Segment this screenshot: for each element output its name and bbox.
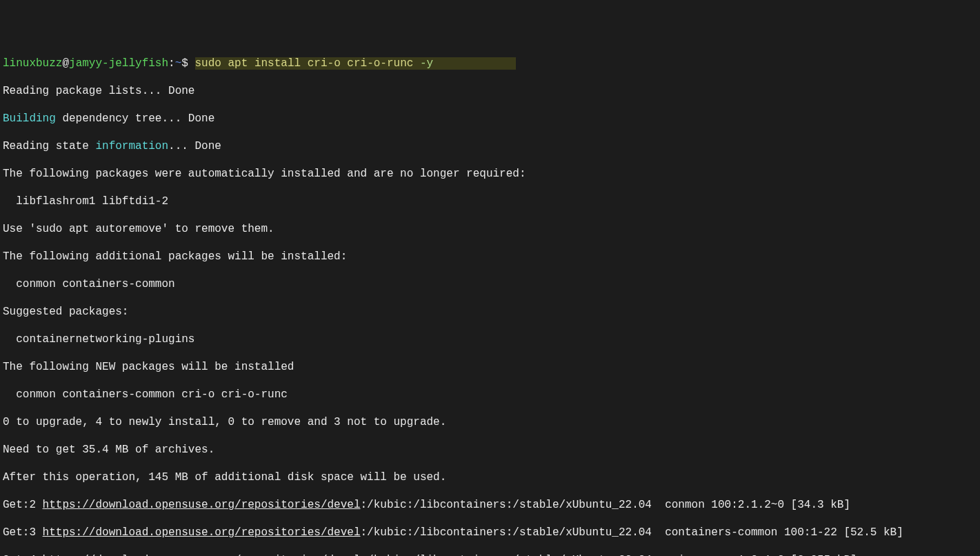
output-line: Get:2 https://download.opensuse.org/repo… [3, 498, 977, 512]
output-line: After this operation, 145 MB of addition… [3, 470, 977, 484]
output-line: 0 to upgrade, 4 to newly install, 0 to r… [3, 415, 977, 429]
output-line: Suggested packages: [3, 305, 977, 319]
output-line: The following additional packages will b… [3, 250, 977, 264]
output-line: The following packages were automaticall… [3, 167, 977, 181]
prompt-host: jamyy-jellyfish [69, 57, 168, 70]
terminal-output[interactable]: linuxbuzz@jamyy-jellyfish:~$ sudo apt in… [3, 57, 977, 556]
output-line: conmon containers-common [3, 277, 977, 291]
command-line: linuxbuzz@jamyy-jellyfish:~$ sudo apt in… [3, 57, 977, 70]
output-line: Get:3 https://download.opensuse.org/repo… [3, 526, 977, 539]
output-line: Get:4 https://download.opensuse.org/repo… [3, 553, 977, 556]
output-line: containernetworking-plugins [3, 332, 977, 346]
url-link: https://download.opensuse.org/repositori… [43, 526, 361, 539]
output-line: Use 'sudo apt autoremove' to remove them… [3, 222, 977, 236]
output-line: conmon containers-common cri-o cri-o-run… [3, 388, 977, 401]
output-line: libflashrom1 libftdi1-2 [3, 195, 977, 208]
output-line: Need to get 35.4 MB of archives. [3, 443, 977, 457]
output-line: Building dependency tree... Done [3, 112, 977, 126]
output-line: Reading state information... Done [3, 139, 977, 153]
output-line: The following NEW packages will be insta… [3, 360, 977, 374]
prompt-symbol: $ [181, 57, 188, 70]
url-link: https://download.opensuse.org/repositori… [43, 499, 361, 511]
prompt-path: ~ [175, 57, 182, 70]
output-line: Reading package lists... Done [3, 84, 977, 98]
prompt-user: linuxbuzz [3, 57, 62, 70]
command-text: sudo apt install cri-o cri-o-runc -y [195, 57, 517, 70]
